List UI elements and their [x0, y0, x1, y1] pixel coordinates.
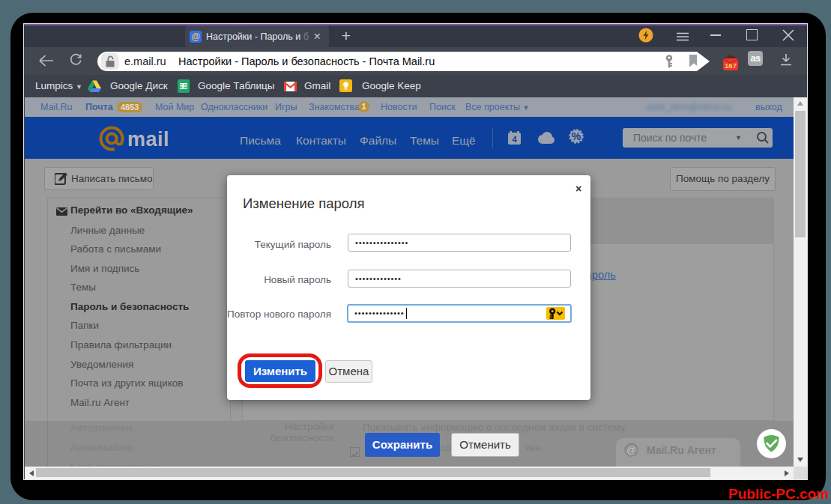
svg-text:%: % [572, 130, 581, 142]
svg-text:167: 167 [725, 61, 737, 70]
svg-text:4: 4 [512, 135, 517, 144]
svg-text:mail: mail [127, 128, 169, 151]
